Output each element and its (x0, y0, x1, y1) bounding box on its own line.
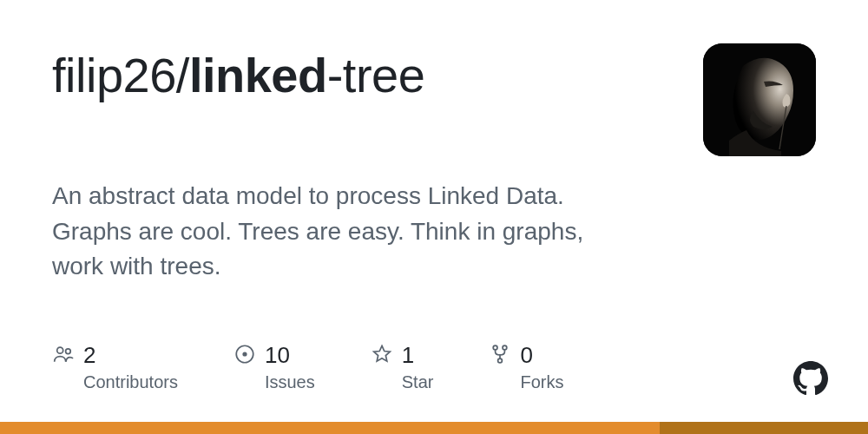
stat-star[interactable]: 1 Star (371, 342, 434, 392)
avatar-image (703, 43, 816, 156)
stats-row: 2 Contributors 10 Issues 1 Star (52, 342, 563, 392)
svg-point-1 (57, 347, 63, 353)
header-row: filip26/linked-tree (52, 43, 816, 156)
issues-label: Issues (265, 372, 315, 392)
star-label: Star (402, 372, 434, 392)
repo-slash: / (176, 48, 189, 102)
forks-label: Forks (520, 372, 563, 392)
repo-name-bold[interactable]: linked (189, 48, 327, 102)
repo-title[interactable]: filip26/linked-tree (52, 43, 424, 102)
people-icon (52, 343, 75, 369)
language-bar (0, 422, 868, 434)
stat-issues[interactable]: 10 Issues (233, 342, 315, 392)
star-count: 1 (402, 342, 414, 369)
svg-point-7 (498, 358, 503, 363)
svg-point-5 (494, 345, 498, 350)
language-bar-primary (0, 422, 660, 434)
issue-icon (233, 343, 256, 369)
svg-point-6 (503, 345, 507, 350)
issues-count: 10 (265, 342, 290, 369)
forks-count: 0 (520, 342, 532, 369)
repo-description: An abstract data model to process Linked… (52, 179, 608, 285)
stat-contributors[interactable]: 2 Contributors (52, 342, 178, 392)
stat-forks[interactable]: 0 Forks (489, 342, 563, 392)
fork-icon (489, 343, 511, 369)
star-icon (371, 343, 393, 369)
repo-owner[interactable]: filip26 (52, 48, 176, 102)
svg-point-4 (242, 352, 247, 356)
repo-name-rest[interactable]: -tree (327, 48, 425, 102)
github-logo-icon[interactable] (793, 361, 828, 396)
contributors-label: Contributors (83, 372, 178, 392)
language-bar-secondary (660, 422, 868, 434)
avatar[interactable] (703, 43, 816, 156)
repo-social-card: filip26/linked-tree (0, 0, 868, 434)
svg-point-2 (66, 348, 71, 353)
contributors-count: 2 (83, 342, 95, 369)
